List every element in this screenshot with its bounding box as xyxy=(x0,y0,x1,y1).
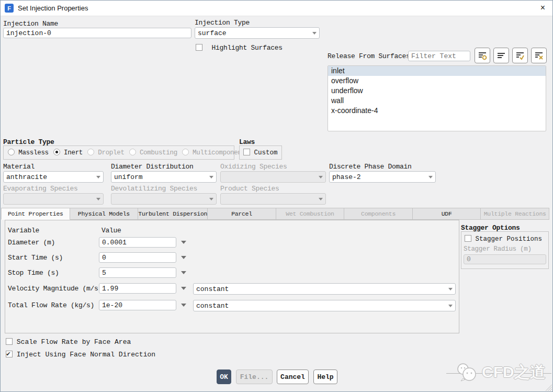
set-injection-properties-dialog: F Set Injection Properties × Injection N… xyxy=(0,0,553,392)
oxidizing-species-label: Oxidizing Species xyxy=(220,163,287,171)
stagger-positions-checkbox[interactable]: Stagger Positions xyxy=(465,235,542,243)
surface-list-item[interactable]: overflow xyxy=(328,76,546,86)
chevron-down-icon xyxy=(448,305,453,307)
evaporating-species-select xyxy=(3,193,104,205)
particle-type-option-droplet: Droplet xyxy=(87,149,125,156)
select-all-icon xyxy=(515,50,525,61)
variable-column-header: Variable xyxy=(8,227,39,234)
show-all-icon xyxy=(496,50,506,61)
chevron-down-icon xyxy=(319,198,323,200)
checkbox-box xyxy=(6,338,13,345)
close-icon[interactable]: × xyxy=(540,3,545,13)
diameter-row-label: Diameter (m) xyxy=(8,239,55,247)
point-properties-panel xyxy=(5,220,459,333)
chevron-down-icon xyxy=(96,198,100,200)
checkbox-box xyxy=(196,44,202,51)
velocity-magnitude-input[interactable] xyxy=(99,283,176,294)
surface-list-item[interactable]: inlet xyxy=(328,66,546,76)
radio-icon xyxy=(53,149,60,155)
stop-time-dropdown-icon[interactable] xyxy=(181,271,186,274)
velocity-magnitude-row-label: Velocity Magnitude (m/s) xyxy=(8,285,102,293)
radio-icon xyxy=(182,149,189,155)
tab-parcel[interactable]: Parcel xyxy=(208,208,276,220)
tab-turbulent-dispersion[interactable]: Turbulent Dispersion xyxy=(138,208,208,220)
checkbox-box xyxy=(243,149,250,155)
tab-point-properties[interactable]: Point Properties xyxy=(1,208,70,220)
resize-grip[interactable] xyxy=(544,383,552,391)
radio-icon xyxy=(8,149,15,155)
tab-wet-combustion: Wet Combustion xyxy=(276,208,345,220)
evaporating-species-label: Evaporating Species xyxy=(3,185,78,193)
total-flow-rate-profile-select[interactable]: constant xyxy=(193,300,456,311)
checkbox-box xyxy=(6,351,13,357)
chevron-down-icon xyxy=(209,176,213,178)
window-title: Set Injection Properties xyxy=(18,4,88,12)
discrete-phase-domain-select[interactable]: phase-2 xyxy=(329,171,436,183)
highlight-surfaces-label: Highlight Surfaces xyxy=(212,44,283,52)
help-button[interactable]: Help xyxy=(313,369,337,384)
cancel-button[interactable]: Cancel xyxy=(277,369,309,384)
chevron-down-icon xyxy=(319,176,323,178)
injection-type-select[interactable]: surface xyxy=(195,27,320,39)
total-flow-rate-input[interactable] xyxy=(99,300,176,310)
surface-list: inlet overflow underflow wall x-coordina… xyxy=(328,65,546,131)
product-species-select xyxy=(220,193,326,205)
deselect-all-icon xyxy=(534,50,544,61)
custom-laws-checkbox[interactable]: Custom xyxy=(243,149,278,156)
surface-list-item[interactable]: x-coordinate-4 xyxy=(328,106,546,116)
particle-type-label: Particle Type xyxy=(3,138,54,146)
start-time-dropdown-icon[interactable] xyxy=(181,256,186,259)
chevron-down-icon xyxy=(209,198,213,200)
ok-button[interactable]: OK xyxy=(217,369,231,384)
velocity-profile-select[interactable]: constant xyxy=(193,283,456,295)
show-all-button[interactable] xyxy=(493,48,509,63)
scale-flow-rate-checkbox[interactable]: Scale Flow Rate by Face Area xyxy=(6,338,131,346)
diameter-distribution-select[interactable]: uniform xyxy=(111,171,217,183)
devolatilizing-species-label: Devolatilizing Species xyxy=(111,185,197,193)
tab-udf[interactable]: UDF xyxy=(413,208,481,220)
title-bar: F Set Injection Properties × xyxy=(1,1,552,16)
particle-type-option-combusting: Combusting xyxy=(129,149,177,156)
diameter-input[interactable] xyxy=(99,237,176,248)
laws-label: Laws xyxy=(239,138,255,146)
total-flow-rate-dropdown-icon[interactable] xyxy=(181,304,186,307)
injection-name-input[interactable] xyxy=(3,28,191,38)
stagger-radius-input xyxy=(464,254,546,264)
diameter-dropdown-icon[interactable] xyxy=(181,241,186,244)
tab-physical-models[interactable]: Physical Models xyxy=(70,208,139,220)
filter-list-button[interactable] xyxy=(475,48,490,63)
deselect-all-button[interactable] xyxy=(531,48,547,63)
radio-icon xyxy=(87,149,94,155)
velocity-magnitude-dropdown-icon[interactable] xyxy=(181,287,186,290)
inject-face-normal-checkbox[interactable]: Inject Using Face Normal Direction xyxy=(6,351,155,359)
stop-time-row-label: Stop Time (s) xyxy=(8,269,59,277)
discrete-phase-domain-label: Discrete Phase Domain xyxy=(329,163,412,171)
tab-components: Components xyxy=(344,208,413,220)
particle-type-option-massless[interactable]: Massless xyxy=(8,149,49,156)
filter-list-icon xyxy=(477,50,488,61)
material-select[interactable]: anthracite xyxy=(3,171,104,183)
select-all-button[interactable] xyxy=(512,48,528,63)
injection-type-label: Injection Type xyxy=(195,19,250,27)
surface-filter-input[interactable] xyxy=(408,51,470,61)
stagger-options-label: Stagger Options xyxy=(461,224,520,232)
highlight-surfaces-checkbox[interactable]: Highlight Surfaces xyxy=(196,43,283,52)
chevron-down-icon xyxy=(428,176,433,178)
watermark-text: CFD之道 xyxy=(482,362,546,383)
start-time-input[interactable] xyxy=(99,252,176,263)
injection-type-value: surface xyxy=(198,29,310,37)
devolatilizing-species-select xyxy=(111,193,217,205)
watermark: CFD之道 xyxy=(456,362,546,383)
particle-type-group: Massless Inert Droplet Combusting Multic… xyxy=(3,145,234,160)
oxidizing-species-select xyxy=(220,171,326,183)
diameter-distribution-label: Diameter Distribution xyxy=(111,163,194,171)
tab-multiple-reactions: Multiple Reactions xyxy=(481,208,549,220)
stop-time-input[interactable] xyxy=(99,267,176,278)
file-button: File... xyxy=(236,369,273,384)
tab-bar: Point Properties Physical Models Turbule… xyxy=(1,208,549,220)
surface-list-item[interactable]: wall xyxy=(328,96,546,106)
surface-list-item[interactable]: underflow xyxy=(328,86,546,96)
particle-type-option-inert[interactable]: Inert xyxy=(53,149,83,156)
particle-type-option-multicomponent: Multicomponent xyxy=(182,149,245,156)
stagger-radius-label: Stagger Radius (m) xyxy=(464,245,532,253)
